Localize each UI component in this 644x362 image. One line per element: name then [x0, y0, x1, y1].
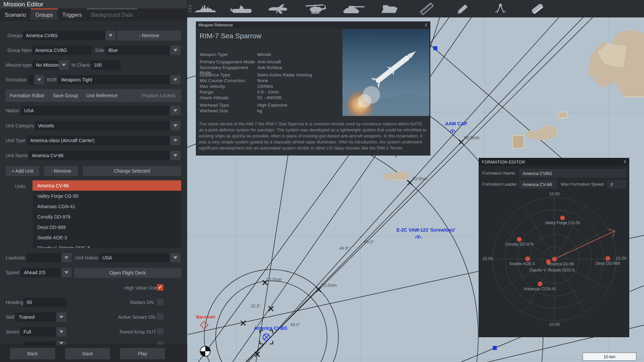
heading-input[interactable]: 65	[23, 298, 66, 307]
submarine-icon[interactable]	[224, 0, 261, 17]
high-value-unit-checkbox[interactable]	[157, 284, 163, 291]
remove-unit-button[interactable]: - Remove	[44, 166, 78, 176]
compass-icon[interactable]	[482, 0, 519, 17]
chevron-down-icon[interactable]	[61, 268, 71, 277]
active-sonars-on-label: Active Sonars ON	[118, 314, 155, 320]
ship-dot[interactable]	[538, 282, 542, 286]
mission-point-square[interactable]	[493, 346, 497, 350]
unit-list-item[interactable]: America CV-66	[33, 180, 181, 191]
unit-reference-button[interactable]: Unit Reference	[82, 89, 122, 102]
unit-type-select[interactable]: America-class (Aircraft Carrier)	[27, 136, 169, 145]
units-list: America CV-66 Valley Forge CG-50 Arkansa…	[33, 180, 181, 248]
formation-select[interactable]	[28, 75, 34, 84]
heading-label: Heading	[6, 300, 23, 305]
roe-label: ROE	[47, 77, 57, 82]
mission-editor-panel: Mission Editor Scenario Groups Triggers …	[0, 0, 187, 362]
ruler-icon[interactable]	[408, 0, 445, 17]
speed-select[interactable]: Ahead 2/3	[20, 268, 61, 277]
angle-label: 32.3°	[251, 303, 261, 308]
ship-dot[interactable]	[525, 256, 530, 261]
unit-list-item[interactable]: Conolly DD-979	[33, 212, 181, 222]
folder-icon[interactable]	[371, 0, 408, 17]
helicopter-icon[interactable]	[298, 0, 334, 17]
formation-label: Formation	[6, 77, 27, 82]
chevron-down-icon[interactable]	[34, 75, 44, 84]
chevron-down-icon[interactable]	[170, 106, 180, 115]
skill-select[interactable]: Trained	[15, 312, 56, 322]
unit-label-aaw-cap[interactable]: AAW CAP	[445, 121, 467, 126]
weapon-reference-titlebar[interactable]: Weapon Reference X	[196, 22, 430, 28]
groups-select[interactable]: America CVBG	[22, 31, 105, 40]
ship-dot[interactable]	[560, 216, 565, 220]
eraser-icon[interactable]	[519, 0, 556, 17]
stores-select[interactable]: Full	[20, 327, 56, 337]
map-scale-label: 10 km	[603, 354, 615, 359]
unit-label-america-cvbg[interactable]: America CVBG	[254, 325, 287, 331]
chevron-down-icon[interactable]	[56, 312, 66, 322]
chevron-down-icon[interactable]	[170, 75, 180, 84]
towed-array-out-checkbox[interactable]	[157, 328, 163, 335]
unit-nation-select[interactable]: USA	[99, 253, 169, 262]
formation-editor-button[interactable]: Formation Editor	[6, 89, 49, 102]
unit-list-item[interactable]: Claude V. Rickets DDG-5	[33, 243, 181, 248]
ship-dot[interactable]	[605, 256, 610, 261]
ship-dot[interactable]	[546, 259, 551, 264]
mission-type-select[interactable]: No Mission	[33, 60, 59, 70]
pencil-icon[interactable]: x	[445, 0, 482, 17]
remove-group-button[interactable]: - Remove	[117, 31, 181, 41]
barometr-symbol[interactable]	[201, 321, 208, 329]
change-selected-button[interactable]: Change Selected	[83, 166, 181, 176]
chevron-down-icon[interactable]	[170, 253, 180, 262]
nation-select[interactable]: USA	[21, 106, 169, 115]
chevron-down-icon[interactable]	[170, 121, 180, 130]
roe-select[interactable]: Weapons Tight	[58, 75, 169, 84]
speed-label: Speed	[6, 270, 19, 275]
chance-input[interactable]: 100	[91, 60, 121, 70]
ship-dot[interactable]	[552, 257, 557, 261]
chevron-down-icon[interactable]	[61, 253, 71, 262]
unit-label-barometr[interactable]: Barometr	[196, 314, 216, 319]
chevron-down-icon[interactable]	[106, 31, 116, 40]
unit-list-item[interactable]: Deyo DD-989	[33, 222, 181, 232]
skill-label: Skill	[6, 314, 14, 320]
position-locked-label[interactable]: Position Locked	[142, 93, 181, 98]
range-label: 20.0nm	[321, 283, 337, 288]
radars-on-checkbox[interactable]	[157, 299, 163, 305]
toolbar-grip[interactable]	[189, 5, 192, 13]
unit-name-select[interactable]: America CV-66	[29, 151, 169, 160]
group-name-input[interactable]: America CVBG	[32, 46, 92, 55]
unit-list-item[interactable]: Seattle AOE-3	[33, 232, 181, 243]
add-unit-button[interactable]: + Add Unit	[6, 166, 39, 176]
save-button[interactable]: Save	[65, 348, 110, 359]
play-button[interactable]: Play	[120, 348, 165, 359]
back-button[interactable]: Back	[10, 348, 55, 359]
aircraft-icon[interactable]	[261, 0, 298, 17]
island	[558, 112, 568, 118]
open-flight-deck-button[interactable]: Open Flight Deck	[74, 268, 181, 278]
tank-icon[interactable]	[334, 0, 371, 17]
tab-groups[interactable]: Groups	[31, 8, 57, 20]
active-sonars-on-checkbox[interactable]	[157, 313, 163, 320]
ship-dot[interactable]	[517, 237, 522, 242]
formation-polar-plot[interactable]	[479, 158, 629, 337]
mission-type-label: Mission type	[6, 62, 32, 68]
chevron-down-icon[interactable]	[59, 60, 69, 70]
unit-list-item[interactable]: Valley Forge CG-50	[33, 191, 181, 201]
mission-point-square[interactable]	[433, 46, 437, 50]
chevron-down-icon[interactable]	[56, 327, 66, 337]
chevron-down-icon[interactable]	[170, 136, 180, 145]
unit-list-item[interactable]: Arkansas CGN-41	[33, 201, 181, 212]
tab-triggers[interactable]: Triggers	[58, 8, 87, 20]
save-group-button[interactable]: Save Group	[49, 89, 82, 102]
unit-type-label: Unit Type	[6, 138, 25, 143]
chevron-down-icon[interactable]	[170, 151, 180, 160]
chevron-down-icon[interactable]	[170, 46, 180, 55]
unit-category-select[interactable]: Vessels	[35, 121, 169, 130]
tab-background-data[interactable]: Background Data	[87, 8, 138, 20]
tab-scenario[interactable]: Scenario	[0, 8, 31, 20]
surface-ship-icon[interactable]	[187, 0, 224, 17]
loadouts-select[interactable]	[27, 253, 61, 262]
unit-label-e2c[interactable]: E-2C VAW-123 'Screwtops'	[396, 227, 455, 233]
side-select[interactable]: Blue	[105, 46, 169, 55]
close-icon[interactable]: X	[422, 23, 430, 27]
